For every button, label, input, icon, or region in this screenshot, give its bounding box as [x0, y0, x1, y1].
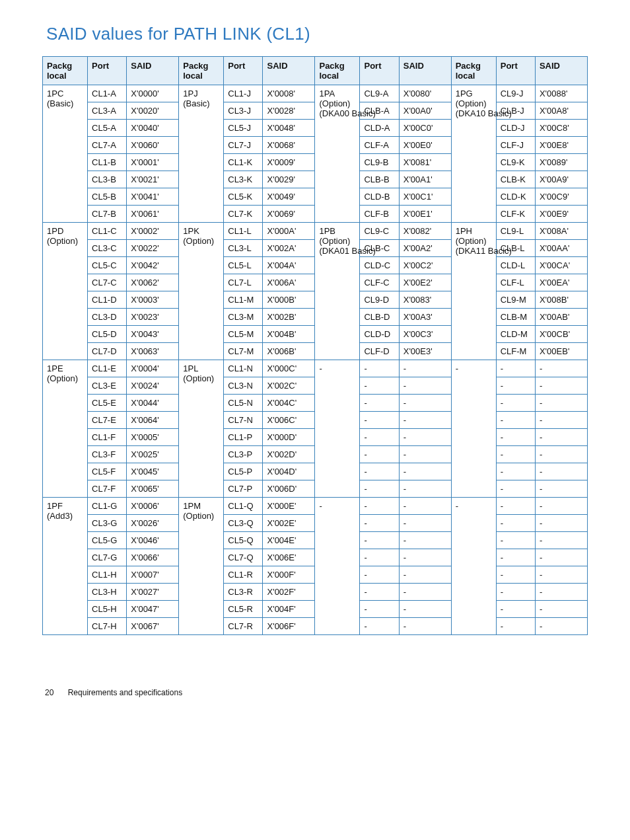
- port: -: [496, 601, 535, 618]
- said: X'0082': [399, 223, 451, 240]
- port: CL5-B: [88, 188, 127, 206]
- port: CL7-E: [88, 412, 127, 429]
- said: X'0089': [535, 154, 587, 171]
- port: CL3-M: [224, 309, 263, 326]
- port: CL7-B: [88, 206, 127, 223]
- said: X'0025': [127, 446, 179, 463]
- said: X'00E8': [535, 137, 587, 154]
- said: X'0027': [127, 584, 179, 601]
- said: -: [535, 395, 587, 412]
- said: X'0006': [127, 498, 179, 515]
- port: CL9-M: [496, 291, 535, 309]
- port: CLF-J: [496, 137, 535, 154]
- packg-local: 1PB(Option)(DKA01 Basic): [315, 223, 360, 360]
- said: X'002B': [263, 309, 315, 326]
- port: CL5-L: [224, 257, 263, 274]
- col-header: Port: [224, 57, 263, 85]
- port: -: [496, 498, 535, 515]
- port: CL3-L: [224, 240, 263, 257]
- said: X'0028': [263, 102, 315, 120]
- said: X'00E1': [399, 206, 451, 223]
- said: X'006B': [263, 343, 315, 360]
- said: X'00AB': [535, 309, 587, 326]
- table-row: 1PF(Add3)CL1-GX'0006'1PM(Option)CL1-QX'0…: [43, 498, 588, 515]
- said: X'0043': [127, 326, 179, 343]
- said: -: [399, 395, 451, 412]
- port: CL3-K: [224, 171, 263, 188]
- port: CLF-D: [360, 343, 399, 360]
- col-header: SAID: [127, 57, 179, 85]
- said: -: [399, 601, 451, 618]
- port: CL1-A: [88, 85, 127, 102]
- said: X'002F': [263, 584, 315, 601]
- said: X'002C': [263, 377, 315, 395]
- packg-local: 1PF(Add3): [43, 498, 88, 635]
- port: CL1-K: [224, 154, 263, 171]
- said: X'004B': [263, 326, 315, 343]
- packg-local: 1PK(Option): [179, 223, 224, 360]
- table-row: 1PC(Basic)CL1-AX'0000'1PJ(Basic)CL1-JX'0…: [43, 85, 588, 102]
- said: X'008B': [535, 291, 587, 309]
- port: CLF-L: [496, 274, 535, 291]
- port: CL5-F: [88, 463, 127, 480]
- said: -: [399, 463, 451, 480]
- port: -: [496, 566, 535, 584]
- port: -: [360, 532, 399, 549]
- said: X'004C': [263, 395, 315, 412]
- said: -: [535, 429, 587, 446]
- said: -: [399, 549, 451, 566]
- port: CL1-B: [88, 154, 127, 171]
- packg-local: 1PD(Option): [43, 223, 88, 360]
- port: CL7-N: [224, 412, 263, 429]
- port: CL5-H: [88, 601, 127, 618]
- packg-local: 1PG(Option)(DKA10 Basic): [451, 85, 496, 223]
- port: CL7-F: [88, 480, 127, 498]
- said: X'006A': [263, 274, 315, 291]
- said: X'0022': [127, 240, 179, 257]
- port: -: [496, 618, 535, 635]
- said: X'0060': [127, 137, 179, 154]
- said: X'00C9': [535, 188, 587, 206]
- said: X'00E2': [399, 274, 451, 291]
- packg-local: -: [315, 360, 360, 498]
- said: -: [399, 618, 451, 635]
- said: -: [535, 446, 587, 463]
- said: X'00C0': [399, 120, 451, 137]
- port: CL1-J: [224, 85, 263, 102]
- port: -: [360, 566, 399, 584]
- page-footer: 20 Requirements and specifications: [42, 688, 588, 697]
- said: X'00EA': [535, 274, 587, 291]
- port: CL5-G: [88, 532, 127, 549]
- port: -: [360, 377, 399, 395]
- said: X'0081': [399, 154, 451, 171]
- said: X'0026': [127, 515, 179, 532]
- port: -: [496, 360, 535, 377]
- said: X'0024': [127, 377, 179, 395]
- said: X'000F': [263, 566, 315, 584]
- said: X'0041': [127, 188, 179, 206]
- said: -: [399, 515, 451, 532]
- col-header: SAID: [263, 57, 315, 85]
- page-title: SAID values for PATH LINK (CL1): [46, 24, 588, 44]
- port: CL3-E: [88, 377, 127, 395]
- said: X'006E': [263, 549, 315, 566]
- said: X'002E': [263, 515, 315, 532]
- port: CL3-R: [224, 584, 263, 601]
- port: -: [360, 515, 399, 532]
- col-header: Port: [360, 57, 399, 85]
- port: -: [496, 584, 535, 601]
- port: CL3-A: [88, 102, 127, 120]
- said: -: [535, 480, 587, 498]
- port: CL3-P: [224, 446, 263, 463]
- port: CL1-L: [224, 223, 263, 240]
- port: CL5-C: [88, 257, 127, 274]
- port: -: [496, 463, 535, 480]
- port: -: [496, 429, 535, 446]
- port: CL7-H: [88, 618, 127, 635]
- said: X'0003': [127, 291, 179, 309]
- said: X'0004': [127, 360, 179, 377]
- said: X'0080': [399, 85, 451, 102]
- said: X'0020': [127, 102, 179, 120]
- said: X'006F': [263, 618, 315, 635]
- said: X'0065': [127, 480, 179, 498]
